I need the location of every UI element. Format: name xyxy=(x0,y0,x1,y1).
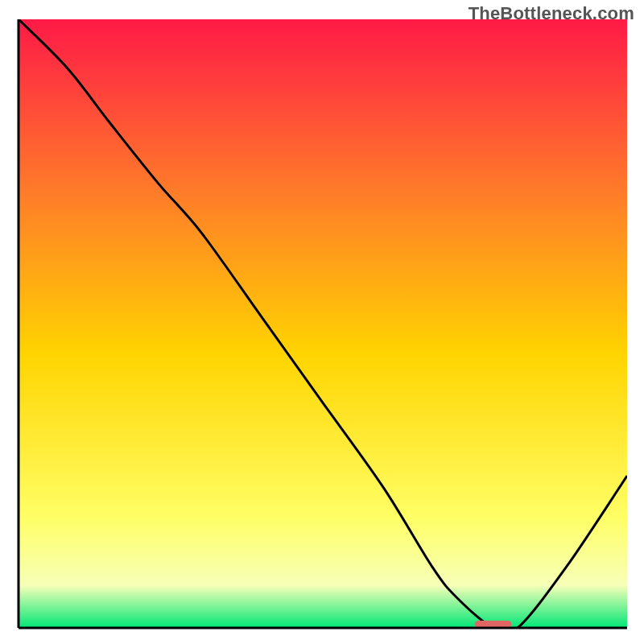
chart-container: TheBottleneck.com xyxy=(0,0,644,644)
watermark-text: TheBottleneck.com xyxy=(469,3,634,24)
plot-background xyxy=(19,19,627,628)
bottleneck-chart xyxy=(0,0,644,644)
